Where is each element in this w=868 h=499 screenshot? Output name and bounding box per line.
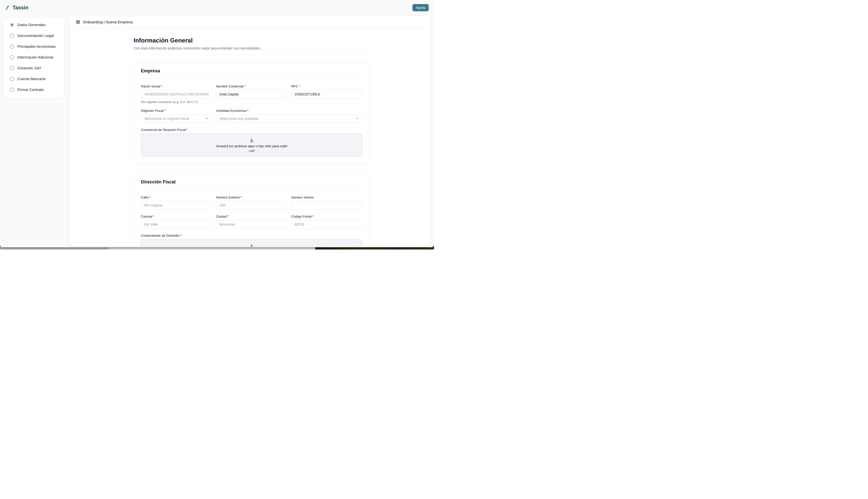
- field-label-text: Colonia: [141, 215, 152, 218]
- step-label: Documentación Legal: [17, 34, 54, 38]
- empresa-card-title: Empresa: [141, 68, 362, 74]
- constancia-label: Constancia de Situación Fiscal *: [141, 128, 362, 132]
- step-label: Conexión SAT: [17, 66, 41, 70]
- radio-icon: [10, 88, 14, 92]
- brand-icon: [4, 4, 11, 11]
- required-asterisk: *: [149, 195, 150, 199]
- regimen-fiscal-select[interactable]: Selecciona un régimen fiscal: [141, 114, 212, 123]
- required-asterisk: *: [312, 215, 314, 218]
- required-asterisk: *: [164, 109, 165, 112]
- radio-icon: [10, 45, 14, 48]
- step-cuenta-bancaria[interactable]: Cuenta Bancaria: [4, 73, 64, 84]
- direccion-row-2: Colonia * Ciudad *: [141, 215, 362, 229]
- dropzone-text: Arrastra tus archivos aquí o haz click p…: [216, 144, 287, 148]
- rfc-label: RFC *: [292, 84, 362, 88]
- radio-icon: [10, 66, 14, 70]
- colonia-input[interactable]: [141, 220, 212, 229]
- field-label-text: Razón Social: [141, 84, 160, 88]
- required-asterisk: *: [244, 84, 245, 88]
- content-divider: [134, 54, 370, 54]
- brand-name: Tassin: [13, 5, 28, 11]
- step-principales-accionistas[interactable]: Principales Accionistas: [4, 41, 64, 52]
- direccion-row-1: Calle * Número Exterior *: [141, 195, 362, 209]
- required-asterisk: *: [153, 215, 154, 218]
- field-label-text: Número Exterior: [216, 195, 240, 199]
- razon-social-input[interactable]: [141, 90, 212, 98]
- radio-checked-icon: [10, 23, 14, 27]
- calle-label: Calle *: [141, 195, 212, 199]
- step-label: Principales Accionistas: [17, 44, 56, 48]
- ciudad-label: Ciudad *: [216, 215, 287, 218]
- breadcrumb-title: Onboarding | Nueva Empresa: [83, 20, 133, 24]
- constancia-field: Constancia de Situación Fiscal * Arrastr…: [141, 128, 362, 157]
- numero-exterior-label: Número Exterior *: [216, 195, 287, 199]
- comprobante-label: Comprobante de Domicilio *: [141, 234, 362, 238]
- nombre-comercial-label: Nombre Comercial *: [216, 84, 287, 88]
- ciudad-input[interactable]: [216, 220, 287, 229]
- select-placeholder: Selecciona un régimen fiscal: [144, 117, 189, 121]
- radio-icon: [10, 34, 14, 38]
- numero-interior-label: Número Interior: [292, 195, 362, 199]
- field-label-text: Nombre Comercial: [216, 84, 243, 88]
- dropzone-filetypes: (.pdf): [249, 149, 255, 152]
- calle-input[interactable]: [141, 201, 212, 209]
- numero-interior-field: Número Interior: [292, 195, 362, 209]
- page-title: Información General: [134, 37, 370, 44]
- field-label-text: Número Interior: [292, 195, 314, 199]
- upload-download-icon: [249, 138, 254, 143]
- actividad-economica-select[interactable]: Selecciona una actividad: [216, 114, 362, 123]
- card-divider: [141, 189, 362, 190]
- main-panel: Onboarding | Nueva Empresa Información G…: [70, 16, 430, 246]
- required-asterisk: *: [227, 215, 228, 218]
- empresa-row-1: Razón Social * Sin régimen societario (e…: [141, 84, 362, 104]
- step-label: Datos Generales: [17, 23, 46, 27]
- step-label: Información Adicional: [17, 55, 53, 59]
- step-firmar-contrato[interactable]: Firmar Contrato: [4, 84, 64, 95]
- nombre-comercial-input[interactable]: [216, 90, 287, 98]
- field-label-text: Actividad Económica: [216, 109, 246, 112]
- field-label-text: Constancia de Situación Fiscal: [141, 128, 186, 132]
- actividad-economica-field: Actividad Económica * Selecciona una act…: [216, 109, 362, 123]
- breadcrumb-header: Onboarding | Nueva Empresa: [73, 16, 427, 28]
- select-placeholder: Selecciona una actividad: [219, 117, 258, 121]
- step-conexion-sat[interactable]: Conexión SAT: [4, 63, 64, 73]
- step-datos-generales[interactable]: Datos Generales: [4, 19, 64, 30]
- razon-social-label: Razón Social *: [141, 84, 212, 88]
- empresa-row-2: Régimen Fiscal * Selecciona un régimen f…: [141, 109, 362, 123]
- regimen-fiscal-field: Régimen Fiscal * Selecciona un régimen f…: [141, 109, 212, 123]
- step-label: Cuenta Bancaria: [17, 77, 46, 81]
- numero-exterior-field: Número Exterior *: [216, 195, 287, 209]
- required-asterisk: *: [240, 195, 242, 199]
- required-asterisk: *: [161, 84, 162, 88]
- card-divider: [141, 78, 362, 78]
- required-asterisk: *: [180, 234, 181, 238]
- codigo-postal-input[interactable]: [292, 220, 362, 229]
- numero-interior-input[interactable]: [292, 201, 362, 209]
- razon-social-field: Razón Social * Sin régimen societario (e…: [141, 84, 212, 104]
- top-bar: Tassin Ayuda: [0, 0, 434, 15]
- rfc-field: RFC *: [292, 84, 362, 104]
- codigo-postal-label: Código Postal *: [292, 215, 362, 218]
- brand-logo[interactable]: Tassin: [4, 4, 28, 11]
- rfc-input[interactable]: [292, 90, 362, 98]
- comprobante-dropzone[interactable]: Arrastra tus archivos aquí o haz click p…: [141, 239, 362, 246]
- app-window: Tassin Ayuda Datos Generales Documentaci…: [0, 0, 434, 247]
- step-informacion-adicional[interactable]: Información Adicional: [4, 52, 64, 63]
- calle-field: Calle *: [141, 195, 212, 209]
- actividad-economica-label: Actividad Económica *: [216, 109, 362, 112]
- constancia-dropzone[interactable]: Arrastra tus archivos aquí o haz click p…: [141, 133, 362, 157]
- field-label-text: Calle: [141, 195, 148, 199]
- chevron-down-icon: [205, 117, 209, 120]
- razon-social-helper: Sin régimen societario (e.g. S.A. de C.V…: [141, 100, 212, 104]
- codigo-postal-field: Código Postal *: [292, 215, 362, 229]
- field-label-text: Régimen Fiscal: [141, 109, 163, 112]
- help-button[interactable]: Ayuda: [412, 4, 429, 11]
- field-label-text: RFC: [292, 84, 298, 88]
- step-documentacion-legal[interactable]: Documentación Legal: [4, 30, 64, 41]
- comprobante-field: Comprobante de Domicilio * Arrastra tus …: [141, 234, 362, 246]
- ciudad-field: Ciudad *: [216, 215, 287, 229]
- nombre-comercial-field: Nombre Comercial *: [216, 84, 287, 104]
- numero-exterior-input[interactable]: [216, 201, 287, 209]
- page-subtitle: Con esta información podemos conocerlos …: [134, 46, 370, 50]
- field-label-text: Código Postal: [292, 215, 312, 218]
